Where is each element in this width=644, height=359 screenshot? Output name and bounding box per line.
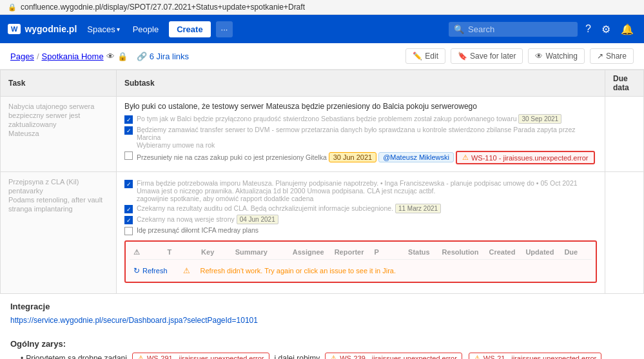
checklist-item-1-2: ✓ Będziemy zamawiać transfer serwer to D… <box>124 126 597 149</box>
user-badge-miklewski: @Mateusz Miklewski <box>378 152 454 162</box>
jira-col-summary: Summary <box>235 248 282 257</box>
page-actions: ✏️ Edit 🔖 Save for later 👁 Watching ↗ Sh… <box>405 48 634 64</box>
create-button[interactable]: Create <box>169 21 210 37</box>
jira-col-warn: ⚠ <box>133 248 157 257</box>
ws239-label: WS-239 - jiraissues.unexpected.error <box>340 354 457 359</box>
task-cell-1: Nabycia utajonego serwerabezpieczny serw… <box>1 97 117 172</box>
checklist-item-2-4: Idę przesunąć diłornt ICFA medray plans <box>124 226 597 235</box>
restriction-icon[interactable]: 🔒 <box>117 52 128 61</box>
share-icon: ↗ <box>597 52 603 61</box>
url-text: confluence.wygodnie.pl/display/SPOT/27.0… <box>21 3 305 12</box>
jira-links[interactable]: 🔗 6 Jira links <box>137 52 189 61</box>
bookmark-icon: 🔖 <box>458 52 467 61</box>
save-later-button[interactable]: 🔖 Save for later <box>451 48 523 64</box>
overview-bullet: Priorytetem są drobne zadani ⚠ WS-291 - … <box>10 353 634 359</box>
jira-col-due: Due <box>564 248 588 257</box>
jira-col-p: P <box>375 248 398 257</box>
search-input[interactable] <box>468 24 572 34</box>
overview-middle-text: i dalej robimy <box>275 354 320 359</box>
jira-refresh-button[interactable]: ↻ Refresh <box>133 266 168 275</box>
overview-badge-ws291[interactable]: ⚠ WS-291 - jiraissues.unexpected.error <box>132 353 269 359</box>
logo-text: wygodnie.pl <box>24 24 77 34</box>
jira-inner-body: ↻ Refresh ⚠ Refresh didn't work. Try aga… <box>130 264 592 278</box>
jira-col-updated: Updated <box>525 248 554 257</box>
jira-inner-header: ⚠ T Key Summary Assignee Reporter P Stat… <box>130 246 592 260</box>
create-more-button[interactable]: ··· <box>216 21 233 37</box>
overview-title: Ogólny zarys: <box>10 339 634 349</box>
people-nav-item[interactable]: People <box>128 22 164 37</box>
jira-col-status: Status <box>408 248 432 257</box>
jira-inner-table: ⚠ T Key Summary Assignee Reporter P Stat… <box>124 240 597 283</box>
logo[interactable]: W wygodnie.pl <box>8 24 77 34</box>
breadcrumb-pages[interactable]: Pages <box>10 52 34 61</box>
edit-icon: ✏️ <box>413 52 422 61</box>
checkbox-2-2[interactable]: ✓ <box>124 205 133 213</box>
refresh-icon: ↻ <box>133 266 140 275</box>
url-bar: 🔒 confluence.wygodnie.pl/display/SPOT/27… <box>0 0 644 15</box>
breadcrumb: Pages / Spotkania Home 👁 🔒 <box>10 52 128 61</box>
eye-icon: 👁 <box>535 52 543 61</box>
edit-label: Edit <box>425 52 438 61</box>
jira-icon: 🔗 <box>137 52 147 61</box>
due-cell-1 <box>605 97 644 172</box>
subtask-cell-1: Było puki co ustalone, że testowy serwer… <box>117 97 605 172</box>
overview-badge-ws21[interactable]: ⚠ WS-21 - jiraissues.unexpected.error <box>469 353 601 359</box>
overview-section: Ogólny zarys: Priorytetem są drobne zada… <box>0 333 644 359</box>
share-button[interactable]: ↗ Share <box>590 48 634 64</box>
search-box[interactable]: 🔍 <box>449 22 578 37</box>
help-button[interactable]: ? <box>583 21 594 37</box>
checkbox-1-3[interactable] <box>124 151 133 160</box>
checkbox-2-1[interactable]: ✓ <box>124 180 133 188</box>
col-task: Task <box>1 70 117 97</box>
integrations-link[interactable]: https://service.wygodnie.pl/secure/Dashb… <box>10 316 258 325</box>
settings-button[interactable]: ⚙ <box>599 21 613 38</box>
due-cell-2 <box>605 172 644 294</box>
spaces-nav-item[interactable]: Spaces <box>82 22 124 37</box>
col-due: Due data <box>605 70 644 97</box>
date-badge-jun2021: 30 Jun 2021 <box>329 152 377 162</box>
jira-links-count: 6 Jira links <box>150 52 189 61</box>
notifications-button[interactable]: 🔔 <box>618 21 636 38</box>
warn-triangle-icon: ⚠ <box>183 266 190 275</box>
jira-error-message: Refresh didn't work. Try again or click … <box>200 267 396 275</box>
breadcrumb-home[interactable]: Spotkania Home <box>42 52 104 61</box>
integrations-section: Integracje https://service.wygodnie.pl/s… <box>0 294 644 333</box>
checkbox-1-1[interactable]: ✓ <box>124 115 133 124</box>
warn-icon-ws239: ⚠ <box>330 354 337 359</box>
jira-error-badge-ws110[interactable]: ⚠ WS-110 - jiraissues.unexpected.error <box>456 151 595 164</box>
bullet-prefix: Priorytetem są drobne zadani <box>21 354 127 359</box>
col-subtask: Subtask <box>117 70 605 97</box>
warn-icon: ⚠ <box>462 153 469 162</box>
main-content: Task Subtask Due data Nabycia utajonego … <box>0 70 644 294</box>
checkbox-2-4[interactable] <box>124 227 133 235</box>
checklist-item-1-3: Przesuniety nie na czas zakup puki co je… <box>124 151 597 164</box>
jira-col-resolution: Resolution <box>442 248 479 257</box>
ws110-label: WS-110 - jiraissues.unexpected.error <box>471 154 589 162</box>
checklist-item-2-1: ✓ Firma będzie potrzebowała imporu Mateu… <box>124 179 597 202</box>
subtask-cell-2: ✓ Firma będzie potrzebowała imporu Mateu… <box>117 172 605 294</box>
lock-icon: 🔒 <box>8 3 17 12</box>
refresh-label: Refresh <box>142 267 168 275</box>
table-row: Przejpsyna z CLA (Kil) pentavarkyPodams … <box>1 172 644 294</box>
logo-box: W <box>8 24 21 34</box>
jira-col-assignee: Assignee <box>293 248 324 257</box>
share-label: Share <box>606 52 627 61</box>
search-icon: 🔍 <box>454 24 464 34</box>
page-header: Pages / Spotkania Home 👁 🔒 🔗 6 Jira link… <box>0 43 644 70</box>
checkbox-2-3[interactable]: ✓ <box>124 216 133 224</box>
edit-button[interactable]: ✏️ Edit <box>405 48 445 64</box>
topbar-nav: Spaces People <box>82 22 164 37</box>
watching-label: Watching <box>545 52 578 61</box>
checkbox-1-2[interactable]: ✓ <box>124 126 133 135</box>
jira-col-created: Created <box>489 248 515 257</box>
checklist-item-2-2: ✓ Czekarny na rezultaty auditu od CLA. B… <box>124 204 597 213</box>
watching-button[interactable]: 👁 Watching <box>528 48 585 64</box>
topbar-right: 🔍 ? ⚙ 🔔 <box>449 21 636 38</box>
main-table: Task Subtask Due data Nabycia utajonego … <box>0 70 644 294</box>
integrations-title: Integracje <box>10 302 634 311</box>
overview-badge-ws239[interactable]: ⚠ WS-239 - jiraissues.unexpected.error <box>325 353 462 359</box>
jira-col-t: T <box>168 248 191 257</box>
jira-col-key: Key <box>201 248 225 257</box>
task-1-text: Nabycia utajonego serwerabezpieczny serw… <box>8 102 94 137</box>
watch-page-icon[interactable]: 👁 <box>106 52 115 61</box>
